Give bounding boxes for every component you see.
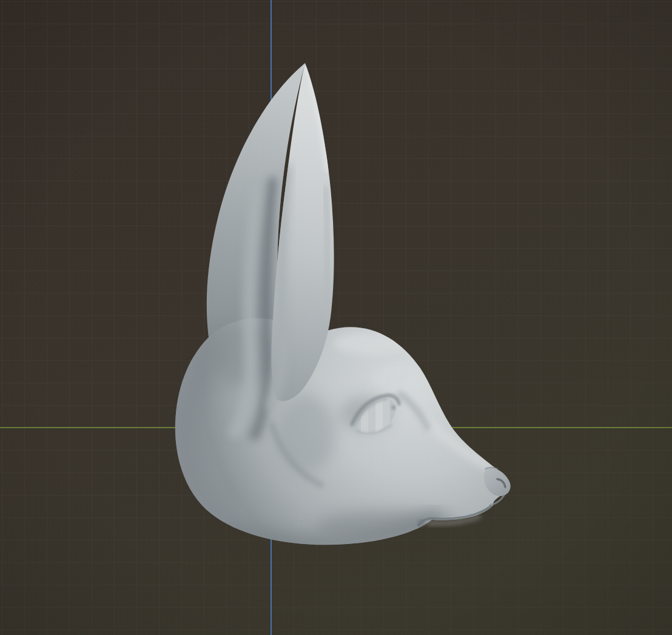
viewport-3d[interactable] (0, 0, 672, 635)
vignette-overlay (0, 0, 672, 635)
